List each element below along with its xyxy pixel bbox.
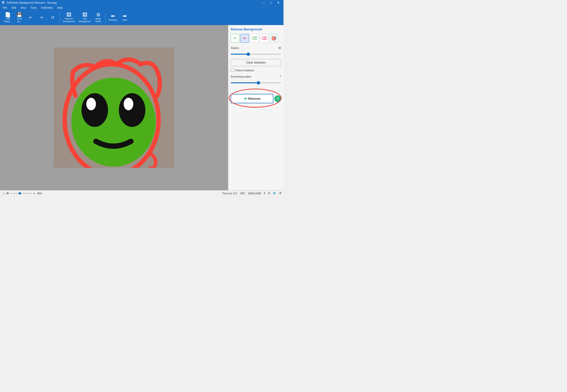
statusbar-left: ⬜ ✥ − + 60% [2,191,220,195]
add-files-button[interactable]: 📄 AddFile(s)... [2,11,14,24]
minimize-button[interactable]: ─ [260,0,267,5]
panel-title: Remove Background [231,28,281,31]
save-as-label: Saveas... [17,18,22,23]
menu-tools[interactable]: Tools [29,6,39,10]
smoothing-slider-fill [231,82,258,83]
auto-tool[interactable]: 🎯 [269,34,278,43]
menu-edit[interactable]: Edit [10,6,18,10]
download-icon[interactable]: ⬇ [268,192,270,195]
previous-label: Previous [109,19,117,21]
menu-softorbits[interactable]: SoftOrbits [39,6,55,10]
smoothing-slider[interactable] [231,80,281,85]
clear-selection-button[interactable]: Clear Selection [231,59,281,66]
help-button[interactable]: ? [274,95,281,102]
smoothing-slider-thumb[interactable] [257,81,260,84]
remove-background-button[interactable]: 🖼 RemoveBackground [61,11,77,24]
menu-help[interactable]: Help [55,6,65,10]
statusbar-right: Time (s): 0.0 JPG 2000x1500 ℹ ⬇ 🐦 ⚙ [222,192,282,195]
next-label: Next [122,19,127,21]
close-button[interactable]: ✕ [275,0,282,5]
previous-icon: ⬅ [111,14,115,18]
undo-btn: ↩ [25,11,36,24]
rotate-left-icon[interactable]: ↺ [51,15,54,20]
help-icon: ? [277,97,279,101]
main-area: Remove Background ✏ ✏ ⌫ ⌫ 🎯 Radius 50 [0,25,284,190]
zoom-thumb [18,192,21,195]
redo-btn: ↪ [36,11,47,24]
next-button[interactable]: ➡ Next [119,11,130,24]
detect-shadows-row: Detect shadows [231,69,281,72]
time-label: Time (s): 0.0 [222,192,237,195]
previous-button[interactable]: ⬅ Previous [107,11,119,24]
zoom-minus[interactable]: − [10,191,12,195]
titlebar-title: SoftOrbits Background Remover - face.jpg [7,1,260,4]
remove-button[interactable]: ➡ Remove [231,94,273,103]
detect-shadows-checkbox[interactable] [231,69,234,72]
right-panel: Remove Background ✏ ✏ ⌫ ⌫ 🎯 Radius 50 [228,25,284,190]
erase-keep-tool[interactable]: ⌫ [250,34,259,43]
save-as-button[interactable]: 💾 Saveas... [14,11,25,24]
remove-arrow-icon: ➡ [244,96,247,101]
toolbar-separator-2 [105,12,105,23]
settings-icon[interactable]: ⚙ [279,192,282,195]
info-icon[interactable]: ℹ [264,192,265,195]
radius-slider[interactable] [231,52,281,56]
app-icon: 🖼 [2,1,5,4]
batch-mode-label: BatchMode [95,18,101,23]
radius-slider-thumb[interactable] [247,53,250,56]
tool-icons-row: ✏ ✏ ⌫ ⌫ 🎯 [231,34,281,43]
add-bg-label: AddBackground [79,18,91,23]
svg-point-3 [81,93,108,127]
erase-remove-icon: ⌫ [261,36,267,41]
svg-point-4 [86,98,96,110]
undo-icon[interactable]: ↩ [29,15,32,20]
zoom-plus[interactable]: + [33,191,35,195]
zoom-slider[interactable] [13,193,32,194]
smoothing-value: 7 [280,75,281,78]
window-controls: ─ □ ✕ [260,0,282,5]
next-icon: ➡ [123,14,127,18]
share-icon[interactable]: 🐦 [273,192,276,195]
save-as-icon: 💾 [16,12,22,17]
erase-remove-tool[interactable]: ⌫ [260,34,268,43]
statusbar: ⬜ ✥ − + 60% Time (s): 0.0 JPG 2000x1500 … [0,190,284,196]
canvas-area[interactable] [0,25,228,190]
auto-tool-icon: 🎯 [271,36,276,41]
svg-point-6 [124,98,133,110]
remove-label: Remove [248,97,261,100]
radius-row: Radius 50 [231,46,281,49]
remove-section: ➡ Remove ? [231,92,281,104]
add-files-label: AddFile(s)... [4,18,12,23]
selection-icon: ⬜ [2,192,6,195]
smoothing-label: Smoothing radius [231,75,252,78]
radius-slider-track [231,54,281,55]
smoothing-slider-track [231,82,281,83]
add-files-icon: 📄 [5,12,11,17]
smoothing-row: Smoothing radius 7 [231,75,281,78]
batch-mode-button[interactable]: ⚙ BatchMode [93,11,104,24]
svg-point-2 [71,78,156,167]
remove-bg-label: RemoveBackground [63,18,75,23]
add-background-button[interactable]: 🖼 AddBackground [77,11,92,24]
keep-brush-tool[interactable]: ✏ [231,34,239,43]
alien-canvas [54,47,174,168]
zoom-level: 60% [37,192,42,195]
menu-file[interactable]: File [1,6,9,10]
radius-label: Radius [231,46,239,49]
titlebar: 🖼 SoftOrbits Background Remover - face.j… [0,0,284,5]
svg-point-5 [119,93,145,127]
remove-brush-tool[interactable]: ✏ [240,34,249,43]
remove-brush-icon: ✏ [243,36,246,41]
menu-view[interactable]: View [18,6,28,10]
add-bg-icon: 🖼 [82,12,87,17]
maximize-button[interactable]: □ [268,0,274,5]
remove-bg-icon: 🖼 [67,12,71,17]
radius-value: 50 [278,46,281,49]
rotate-left-btn: ↺ [47,11,58,24]
move-icon: ✥ [6,192,9,195]
detect-shadows-label[interactable]: Detect shadows [235,69,254,72]
redo-icon[interactable]: ↪ [40,15,43,20]
keep-brush-icon: ✏ [233,36,237,41]
erase-keep-icon: ⌫ [252,36,257,41]
remove-area: ➡ Remove ? [231,94,281,103]
